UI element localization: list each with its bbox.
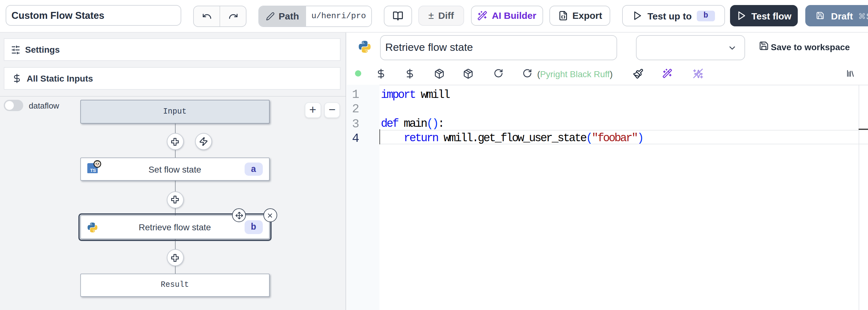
svg-text:TS: TS	[90, 168, 96, 173]
